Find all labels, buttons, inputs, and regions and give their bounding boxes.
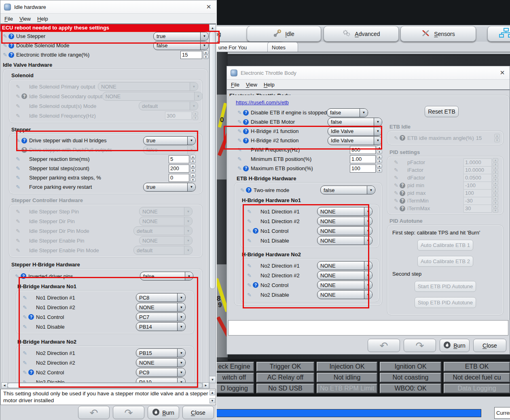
force-parking-every-restart-select[interactable]: true▼	[143, 183, 196, 192]
spinner-up-icon[interactable]: ▲	[190, 155, 196, 159]
drive-stepper-with-dual-h-bridges-select[interactable]: true▼	[143, 136, 196, 145]
toolbar-button-sensors[interactable]: Sensors	[400, 26, 476, 42]
spinner-up-icon[interactable]: ▲	[377, 146, 382, 150]
status-ignition[interactable]: Ignition OK	[380, 362, 441, 371]
close-button[interactable]: Close	[182, 406, 214, 419]
spinner-down-icon[interactable]: ▼	[377, 169, 382, 173]
spinner[interactable]: ▲▼	[190, 155, 196, 163]
help-icon[interactable]: ?	[246, 187, 252, 193]
no1-direction-1-select[interactable]: NONE▼	[317, 207, 372, 216]
no2-disable-select[interactable]: PA10▼	[136, 378, 186, 382]
redo-button[interactable]: ↷	[113, 406, 144, 419]
toolbar-button-hierarchy[interactable]	[487, 26, 510, 42]
undo-button[interactable]: ↶	[78, 406, 110, 419]
no2-direction-1-select[interactable]: PB15▼	[136, 348, 186, 357]
no1-direction-2-select[interactable]: NONE▼	[317, 217, 372, 226]
no2-control-select[interactable]: PC9▼	[136, 368, 186, 377]
spinner[interactable]: ▲▼	[377, 164, 382, 173]
help-icon[interactable]: ?	[243, 119, 249, 125]
status-decel-fuel-cut[interactable]: Not decel fuel cu	[444, 373, 510, 382]
disable-etb-motor-select[interactable]: false▼	[328, 118, 382, 127]
help-icon[interactable]: ?	[8, 52, 14, 58]
scroll-right-icon[interactable]: ►	[203, 382, 209, 388]
desc-scroll-up-icon[interactable]: ▲	[210, 390, 215, 395]
burn-button[interactable]: Burn	[440, 339, 470, 352]
no1-disable-select[interactable]: NONE▼	[317, 236, 372, 245]
pwm-frequency-hz-input[interactable]: 800	[350, 146, 376, 154]
spinner-up-icon[interactable]: ▲	[203, 51, 209, 55]
double-solenoid-mode-select[interactable]: false▼	[153, 41, 209, 50]
toolbar-button-advanced[interactable]: Advanced	[324, 26, 399, 42]
status-data-logging[interactable]: Data Logging	[444, 384, 510, 393]
help-icon[interactable]: ?	[28, 314, 34, 320]
no2-direction-2-select[interactable]: NONE▼	[317, 271, 372, 280]
spinner-up-icon[interactable]: ▲	[377, 164, 382, 168]
spinner-down-icon[interactable]: ▼	[190, 159, 196, 163]
help-icon[interactable]: ?	[400, 135, 405, 141]
help-icon[interactable]: ?	[253, 228, 258, 234]
auto-calibrate-etb1-button[interactable]: Auto Calibrate ETB 1	[417, 240, 473, 251]
tab-notes[interactable]: Notes	[267, 42, 298, 53]
menu-view[interactable]: View	[19, 16, 31, 22]
status-sd-usb[interactable]: No SD USB	[256, 384, 314, 393]
h-bridge-1-function-select[interactable]: Idle Valve▼	[328, 127, 382, 136]
menu-file[interactable]: File	[231, 82, 239, 88]
stepper-reaction-time-ms-input[interactable]: 5	[169, 155, 189, 163]
undo-button[interactable]: ↶	[368, 339, 400, 352]
no2-control-select[interactable]: NONE▼	[317, 281, 372, 289]
help-icon[interactable]: ?	[400, 206, 405, 211]
help-icon[interactable]: ?	[400, 183, 405, 188]
inverted-driver-pins-select[interactable]: false▼	[140, 272, 193, 281]
spinner-down-icon[interactable]: ▼	[203, 55, 209, 59]
spinner-down-icon[interactable]: ▼	[190, 169, 196, 173]
help-icon[interactable]: ?	[243, 110, 249, 116]
vertical-scroll-thumb[interactable]	[210, 31, 216, 289]
scroll-left-icon[interactable]: ◄	[1, 382, 8, 388]
horizontal-scroll-thumb[interactable]	[7, 383, 203, 388]
menu-help[interactable]: Help	[264, 82, 275, 88]
status-trigger[interactable]: Trigger OK	[256, 362, 314, 371]
help-icon[interactable]: ?	[8, 43, 14, 49]
stepper-total-steps-count-input[interactable]: 200	[169, 165, 189, 173]
status-wbo0[interactable]: WBO0: OK	[380, 384, 441, 393]
no1-control-select[interactable]: PC7▼	[136, 312, 186, 321]
disable-etb-if-engine-is-stopped-select[interactable]: false▼	[327, 108, 368, 117]
status-sd-logging[interactable]: D logging	[214, 384, 254, 393]
no2-direction-1-select[interactable]: NONE▼	[317, 261, 372, 270]
help-icon[interactable]: ?	[21, 138, 27, 144]
scroll-down-icon[interactable]: ▼	[209, 376, 216, 383]
menu-help[interactable]: Help	[37, 16, 48, 22]
tab-tune-for-you[interactable]: une For You	[214, 42, 275, 53]
spinner-down-icon[interactable]: ▼	[377, 150, 382, 154]
idle-titlebar[interactable]: Idle hardware ✕	[0, 0, 216, 14]
close-icon[interactable]: ✕	[205, 3, 212, 11]
maximum-etb-position-input[interactable]: 100	[350, 165, 376, 173]
help-icon[interactable]: ?	[400, 190, 405, 196]
spinner-down-icon[interactable]: ▼	[190, 178, 196, 182]
two-wire-mode-select[interactable]: false▼	[320, 186, 375, 194]
no1-disable-select[interactable]: PB14▼	[136, 322, 186, 331]
no2-disable-select[interactable]: NONE▼	[317, 290, 372, 299]
spinner-down-icon[interactable]: ▼	[377, 159, 382, 163]
use-stepper-select[interactable]: true▼	[153, 32, 209, 41]
spinner-up-icon[interactable]: ▲	[377, 155, 382, 159]
spinner-up-icon[interactable]: ▲	[190, 164, 196, 168]
menu-file[interactable]: File	[4, 16, 13, 22]
burn-button[interactable]: Burn	[148, 406, 179, 419]
help-icon[interactable]: ?	[21, 147, 27, 153]
h-bridge-2-function-select[interactable]: Idle Valve▼	[328, 136, 382, 145]
no1-control-select[interactable]: NONE▼	[317, 226, 372, 235]
scroll-up-icon[interactable]: ▲	[209, 24, 216, 32]
stop-etb-pid-autotune-button[interactable]: Stop ETB PID Autotune	[415, 297, 476, 308]
stepper-parking-extra-steps-input[interactable]: 0	[169, 174, 189, 182]
help-icon[interactable]: ?	[243, 138, 249, 144]
auto-calibrate-etb2-button[interactable]: Auto Calibrate ETB 2	[417, 256, 473, 267]
help-icon[interactable]: ?	[253, 282, 258, 288]
desc-scroll-down-icon[interactable]: ▼	[210, 398, 215, 403]
no2-direction-2-select[interactable]: NONE▼	[136, 358, 186, 367]
electronic-throttle-idle-range-input[interactable]: 15	[180, 51, 202, 59]
menu-view[interactable]: View	[246, 82, 257, 88]
spinner[interactable]: ▲▼	[190, 164, 196, 173]
toolbar-button-idle[interactable]: Idle	[247, 26, 321, 42]
status-etb-rpm-limit[interactable]: No ETB RPM Limit	[317, 384, 377, 393]
